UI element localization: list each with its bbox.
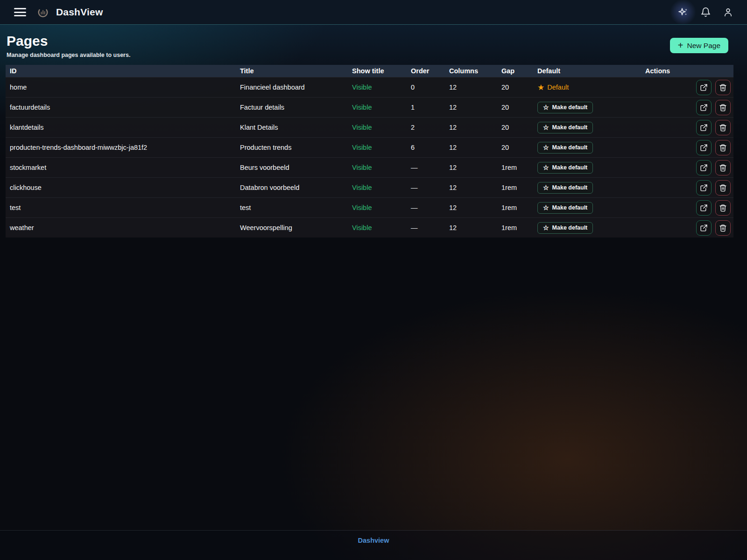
cell-actions <box>641 140 733 155</box>
open-page-button[interactable] <box>696 140 712 155</box>
new-page-button[interactable]: + New Page <box>670 38 728 53</box>
column-header-order: Order <box>407 67 445 75</box>
page-footer: Dashview <box>0 530 747 560</box>
make-default-button[interactable]: ☆ Make default <box>537 142 593 154</box>
cell-id: weather <box>6 224 236 231</box>
cell-title: Beurs voorbeeld <box>236 164 348 171</box>
open-page-button[interactable] <box>696 200 712 216</box>
cell-columns: 12 <box>445 84 497 91</box>
cell-order: 0 <box>407 84 445 91</box>
cell-actions <box>641 160 733 175</box>
delete-page-button[interactable] <box>715 120 731 135</box>
delete-page-button[interactable] <box>715 100 731 115</box>
cell-columns: 12 <box>445 224 497 231</box>
cell-default: ★ Default ☆ Make default <box>533 222 641 234</box>
cell-columns: 12 <box>445 104 497 111</box>
cell-id: stockmarket <box>6 164 236 171</box>
make-default-button[interactable]: ☆ Make default <box>537 162 593 174</box>
table-header-row: ID Title Show title Order Columns Gap De… <box>6 65 733 77</box>
cell-order: 6 <box>407 144 445 151</box>
delete-page-button[interactable] <box>715 200 731 216</box>
cell-actions <box>641 120 733 135</box>
user-icon[interactable] <box>722 6 734 18</box>
table-row: weather Weervoorspelling Visible — 12 1r… <box>6 217 733 238</box>
make-default-button-label: Make default <box>552 184 588 191</box>
star-outline-icon: ☆ <box>543 204 549 211</box>
cell-id: klantdetails <box>6 124 236 131</box>
cell-actions <box>641 220 733 236</box>
open-page-button[interactable] <box>696 80 712 95</box>
cell-id: home <box>6 84 236 91</box>
table-row: factuurdetails Factuur details Visible 1… <box>6 97 733 117</box>
cell-title: Weervoorspelling <box>236 224 348 231</box>
cell-title: Databron voorbeeld <box>236 184 348 191</box>
open-page-button[interactable] <box>696 120 712 135</box>
make-default-button-label: Make default <box>552 164 588 171</box>
app-logo-icon <box>36 6 49 19</box>
cell-gap: 20 <box>497 144 533 151</box>
cell-gap: 20 <box>497 104 533 111</box>
page-title: Pages <box>7 33 733 49</box>
table-row: klantdetails Klant Details Visible 2 12 … <box>6 117 733 137</box>
column-header-gap: Gap <box>497 67 533 75</box>
cell-title: Factuur details <box>236 104 348 111</box>
cell-show-title: Visible <box>348 104 407 111</box>
open-page-button[interactable] <box>696 100 712 115</box>
open-page-button[interactable] <box>696 180 712 196</box>
column-header-actions: Actions <box>641 67 733 75</box>
make-default-button[interactable]: ☆ Make default <box>537 122 593 133</box>
bell-icon[interactable] <box>699 6 712 18</box>
table-row: home Financieel dashboard Visible 0 12 2… <box>6 77 733 97</box>
default-badge: ★ Default <box>537 84 569 91</box>
cell-default: ★ Default ☆ Make default <box>533 182 641 194</box>
cell-gap: 1rem <box>497 184 533 191</box>
cell-show-title: Visible <box>348 124 407 131</box>
cell-columns: 12 <box>445 144 497 151</box>
cell-columns: 12 <box>445 184 497 191</box>
cell-default: ★ Default ☆ Make default <box>533 142 641 154</box>
cell-columns: 12 <box>445 124 497 131</box>
table-row: clickhouse Databron voorbeeld Visible — … <box>6 177 733 197</box>
star-outline-icon: ☆ <box>543 224 549 231</box>
cell-show-title: Visible <box>348 224 407 231</box>
make-default-button[interactable]: ☆ Make default <box>537 202 593 214</box>
make-default-button-label: Make default <box>552 224 588 231</box>
open-page-button[interactable] <box>696 220 712 236</box>
delete-page-button[interactable] <box>715 220 731 236</box>
delete-page-button[interactable] <box>715 180 731 196</box>
open-page-button[interactable] <box>696 160 712 175</box>
star-outline-icon: ☆ <box>543 164 549 171</box>
star-outline-icon: ☆ <box>543 144 549 151</box>
delete-page-button[interactable] <box>715 140 731 155</box>
menu-icon[interactable] <box>14 8 26 16</box>
make-default-button-label: Make default <box>552 144 588 151</box>
cell-actions <box>641 180 733 196</box>
cell-default: ★ Default ☆ Make default <box>533 102 641 113</box>
cell-columns: 12 <box>445 204 497 211</box>
main-content: Pages Manage dashboard pages available t… <box>0 25 747 238</box>
delete-page-button[interactable] <box>715 160 731 175</box>
cell-order: 1 <box>407 104 445 111</box>
star-outline-icon: ☆ <box>543 184 549 191</box>
column-header-show-title: Show title <box>348 67 407 75</box>
make-default-button[interactable]: ☆ Make default <box>537 182 593 194</box>
cell-default: ★ Default ☆ Make default <box>533 122 641 133</box>
plus-icon: + <box>678 41 684 50</box>
star-filled-icon: ★ <box>537 84 544 91</box>
cell-order: — <box>407 204 445 211</box>
column-header-title: Title <box>236 67 348 75</box>
delete-page-button[interactable] <box>715 80 731 95</box>
make-default-button-label: Make default <box>552 104 588 111</box>
make-default-button[interactable]: ☆ Make default <box>537 102 593 113</box>
cell-gap: 1rem <box>497 204 533 211</box>
cell-show-title: Visible <box>348 204 407 211</box>
sparkles-icon[interactable] <box>677 6 689 18</box>
footer-brand-link[interactable]: Dashview <box>358 537 389 560</box>
cell-gap: 1rem <box>497 164 533 171</box>
make-default-button[interactable]: ☆ Make default <box>537 222 593 234</box>
new-page-button-label: New Page <box>687 42 720 50</box>
cell-show-title: Visible <box>348 144 407 151</box>
page-subtitle: Manage dashboard pages available to user… <box>7 52 733 58</box>
make-default-button-label: Make default <box>552 204 588 211</box>
cell-title: Financieel dashboard <box>236 84 348 91</box>
